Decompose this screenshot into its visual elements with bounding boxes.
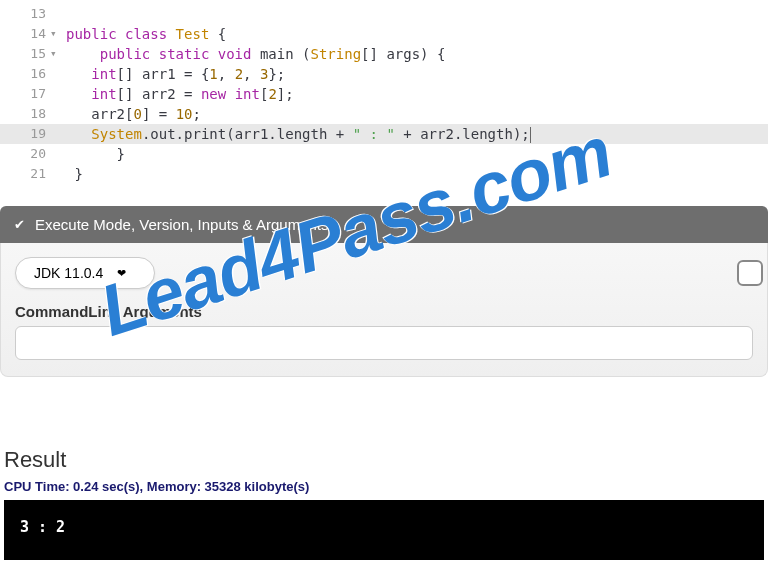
execute-panel-header[interactable]: ✔ Execute Mode, Version, Inputs & Argume… bbox=[0, 206, 768, 243]
code-line[interactable]: 17 int[] arr2 = new int[2]; bbox=[0, 84, 768, 104]
code-content: int[] arr2 = new int[2]; bbox=[62, 84, 294, 104]
code-line[interactable]: 15 ▾ public static void main (String[] a… bbox=[0, 44, 768, 64]
execute-panel-body: JDK 11.0.4 ❤ CommandLine Arguments bbox=[0, 243, 768, 377]
line-number: 19 bbox=[0, 124, 50, 144]
cmdline-label: CommandLine Arguments bbox=[15, 303, 753, 320]
code-editor[interactable]: 13 14 ▾ public class Test { 15 ▾ public … bbox=[0, 0, 768, 188]
output-text: 3 : 2 bbox=[20, 518, 65, 536]
code-content: } bbox=[62, 164, 83, 184]
code-content: } bbox=[62, 144, 125, 164]
code-content: public static void main (String[] args) … bbox=[62, 44, 445, 64]
result-section: Result CPU Time: 0.24 sec(s), Memory: 35… bbox=[0, 447, 768, 560]
line-number: 18 bbox=[0, 104, 50, 124]
line-number: 17 bbox=[0, 84, 50, 104]
jdk-version-select[interactable]: JDK 11.0.4 ❤ bbox=[15, 257, 155, 289]
text-cursor bbox=[530, 127, 531, 143]
code-line[interactable]: 20 } bbox=[0, 144, 768, 164]
cmdline-input[interactable] bbox=[15, 326, 753, 360]
code-line[interactable]: 14 ▾ public class Test { bbox=[0, 24, 768, 44]
result-title: Result bbox=[4, 447, 764, 473]
jdk-row: JDK 11.0.4 ❤ bbox=[15, 257, 753, 289]
caret-down-icon: ❤ bbox=[117, 267, 126, 280]
output-console: 3 : 2 bbox=[4, 500, 764, 560]
code-line[interactable]: 16 int[] arr1 = {1, 2, 3}; bbox=[0, 64, 768, 84]
cpu-time-line: CPU Time: 0.24 sec(s), Memory: 35328 kil… bbox=[4, 479, 764, 494]
line-number: 20 bbox=[0, 144, 50, 164]
line-number: 16 bbox=[0, 64, 50, 84]
execute-panel-title: Execute Mode, Version, Inputs & Argument… bbox=[35, 216, 329, 233]
fold-marker[interactable]: ▾ bbox=[50, 44, 62, 64]
execute-panel: ✔ Execute Mode, Version, Inputs & Argume… bbox=[0, 206, 768, 377]
code-content: System.out.print(arr1.length + " : " + a… bbox=[62, 124, 531, 144]
line-number: 13 bbox=[0, 4, 50, 24]
line-number: 14 bbox=[0, 24, 50, 44]
fold-marker[interactable]: ▾ bbox=[50, 24, 62, 44]
code-content: int[] arr1 = {1, 2, 3}; bbox=[62, 64, 285, 84]
code-line[interactable]: 13 bbox=[0, 4, 768, 24]
line-number: 15 bbox=[0, 44, 50, 64]
code-line[interactable]: 21 } bbox=[0, 164, 768, 184]
code-line[interactable]: 18 arr2[0] = 10; bbox=[0, 104, 768, 124]
code-line-active[interactable]: 19 System.out.print(arr1.length + " : " … bbox=[0, 124, 768, 144]
interactive-checkbox[interactable] bbox=[737, 260, 763, 286]
jdk-version-label: JDK 11.0.4 bbox=[34, 265, 103, 281]
line-number: 21 bbox=[0, 164, 50, 184]
code-content: public class Test { bbox=[62, 24, 226, 44]
chevron-down-icon: ✔ bbox=[14, 217, 25, 232]
code-content: arr2[0] = 10; bbox=[62, 104, 201, 124]
